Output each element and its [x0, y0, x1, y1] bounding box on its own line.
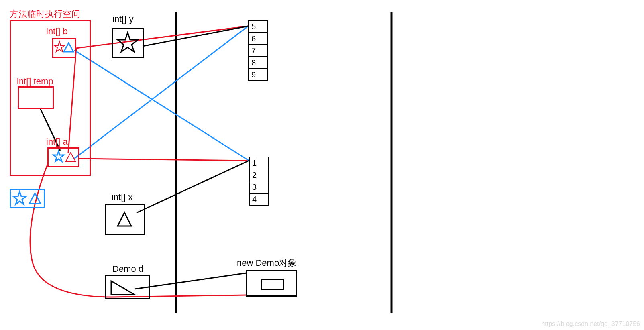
int-a-label: int[] a	[46, 136, 68, 147]
array-1to4: 1 2 3 4	[249, 157, 269, 206]
array-cell: 1	[249, 157, 269, 169]
svg-marker-13	[53, 151, 64, 161]
int-temp-label: int[] temp	[17, 76, 53, 87]
svg-line-6	[74, 26, 248, 159]
int-b-label: int[] b	[46, 26, 68, 37]
inner-rect-icon	[261, 279, 284, 290]
array-cell: 9	[248, 68, 268, 81]
svg-marker-17	[118, 33, 138, 52]
svg-marker-12	[64, 43, 73, 52]
array-cell: 4	[249, 193, 269, 206]
star-icon	[113, 29, 143, 57]
svg-marker-18	[118, 212, 131, 226]
new-demo-box	[246, 270, 297, 297]
svg-marker-14	[66, 153, 75, 161]
array-cell: 6	[248, 32, 268, 45]
new-demo-label: new Demo对象	[237, 257, 297, 269]
triangle-icon	[106, 205, 144, 234]
svg-marker-19	[111, 281, 135, 295]
svg-line-2	[76, 26, 248, 48]
svg-line-4	[78, 159, 249, 161]
star-triangle-icon	[53, 39, 76, 57]
array-cell: 7	[248, 44, 268, 57]
int-y-label: int[] y	[112, 14, 134, 24]
array-cell: 8	[248, 56, 268, 69]
star-triangle-icon	[11, 190, 45, 208]
wedge-icon	[106, 276, 149, 298]
method-exec-space-label: 方法临时执行空间	[10, 8, 80, 20]
legend-box	[10, 189, 45, 208]
int-temp-box	[18, 86, 54, 109]
demo-d-box	[105, 275, 150, 299]
svg-marker-15	[13, 191, 26, 204]
svg-marker-16	[29, 193, 41, 204]
int-x-label: int[] x	[112, 192, 133, 202]
int-y-box	[112, 28, 144, 58]
connector-lines	[0, 0, 644, 330]
svg-line-7	[143, 26, 248, 46]
array-cell: 5	[248, 20, 268, 33]
int-b-box	[52, 38, 76, 58]
int-x-box	[105, 204, 145, 235]
array-cell: 2	[249, 169, 269, 181]
svg-line-9	[137, 161, 249, 213]
int-a-box	[47, 147, 79, 167]
svg-line-5	[74, 50, 249, 161]
star-triangle-icon	[49, 149, 79, 167]
svg-line-10	[135, 273, 247, 289]
svg-marker-11	[54, 41, 65, 52]
demo-d-label: Demo d	[112, 264, 143, 274]
watermark-text: https://blog.csdn.net/qq_37710756	[541, 320, 640, 328]
array-5to9: 5 6 7 8 9	[248, 21, 268, 81]
array-cell: 3	[249, 181, 269, 194]
